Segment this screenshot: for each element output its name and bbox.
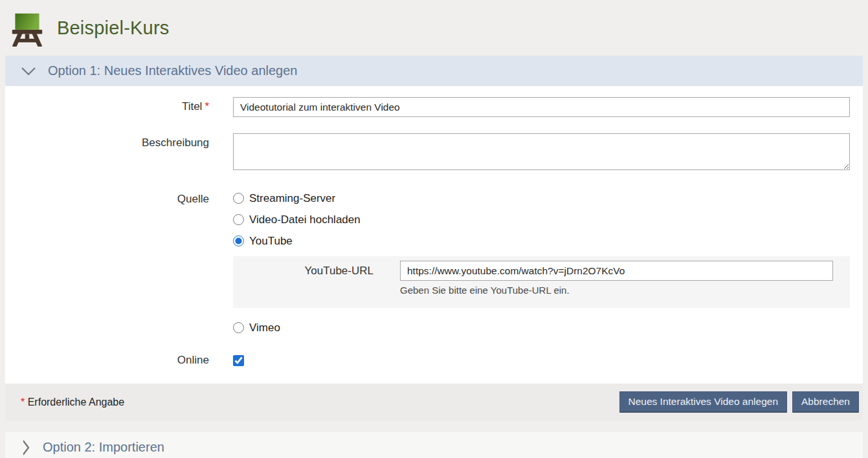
radio-row-streaming-server: Streaming-Server (233, 188, 850, 209)
radio-video-datei-hochladen[interactable] (233, 214, 244, 225)
chevron-right-icon (21, 440, 31, 455)
youtube-url-input[interactable] (400, 261, 833, 281)
required-note: * Erforderliche Angabe (18, 397, 124, 408)
radio-vimeo[interactable] (233, 322, 244, 333)
required-note-asterisk: * (21, 397, 25, 408)
option1-header-bar[interactable]: Option 1: Neues Interaktives Video anleg… (5, 56, 863, 86)
option1-section: Option 1: Neues Interaktives Video anleg… (5, 56, 863, 420)
required-asterisk: * (205, 100, 209, 113)
radio-streaming-server-label[interactable]: Streaming-Server (249, 192, 335, 205)
titel-label: Titel* (5, 97, 209, 117)
online-checkbox[interactable] (233, 355, 244, 366)
page: Beispiel-Kurs Option 1: Neues Interaktiv… (0, 0, 868, 458)
youtube-url-panel: YouTube-URL Geben Sie bitte eine YouTube… (233, 256, 850, 308)
radio-vimeo-label[interactable]: Vimeo (249, 322, 280, 334)
beschreibung-row: Beschreibung (5, 133, 863, 173)
online-row: Online (5, 354, 863, 367)
cancel-button[interactable]: Abbrechen (792, 391, 859, 413)
titel-row: Titel* (5, 97, 863, 117)
form-footer: * Erforderliche Angabe Neues Interaktive… (5, 384, 863, 420)
course-title: Beispiel-Kurs (57, 17, 169, 39)
option2-header-bar[interactable]: Option 2: Importieren (5, 432, 863, 458)
radio-youtube[interactable] (233, 235, 244, 246)
radio-video-datei-hochladen-label[interactable]: Video-Datei hochladen (249, 213, 361, 226)
option2-section: Option 2: Importieren (5, 432, 863, 458)
section-gap (0, 420, 868, 432)
quelle-label: Quelle (5, 188, 209, 338)
option2-title: Option 2: Importieren (43, 440, 164, 455)
online-label: Online (5, 354, 209, 367)
youtube-url-label: YouTube-URL (233, 261, 373, 296)
option1-title: Option 1: Neues Interaktives Video anleg… (48, 63, 297, 78)
radio-youtube-label[interactable]: YouTube (249, 235, 293, 248)
beschreibung-label: Beschreibung (5, 133, 209, 173)
beschreibung-textarea[interactable] (233, 133, 850, 170)
radio-streaming-server[interactable] (233, 193, 244, 204)
quelle-row: Quelle Streaming-Server Video-Datei hoch… (5, 188, 863, 338)
youtube-url-hint: Geben Sie bitte eine YouTube-URL ein. (400, 285, 833, 296)
required-note-text: Erforderliche Angabe (28, 397, 124, 408)
radio-row-youtube: YouTube (233, 230, 850, 252)
radio-row-vimeo: Vimeo (233, 317, 850, 338)
course-header: Beispiel-Kurs (0, 0, 868, 56)
option1-form: Titel* Beschreibung Quelle S (5, 86, 863, 384)
radio-row-video-datei: Video-Datei hochladen (233, 209, 850, 230)
titel-input[interactable] (233, 97, 850, 117)
course-easel-icon (10, 12, 44, 47)
submit-button[interactable]: Neues Interaktives Video anlegen (619, 391, 788, 413)
chevron-down-icon (21, 66, 36, 76)
